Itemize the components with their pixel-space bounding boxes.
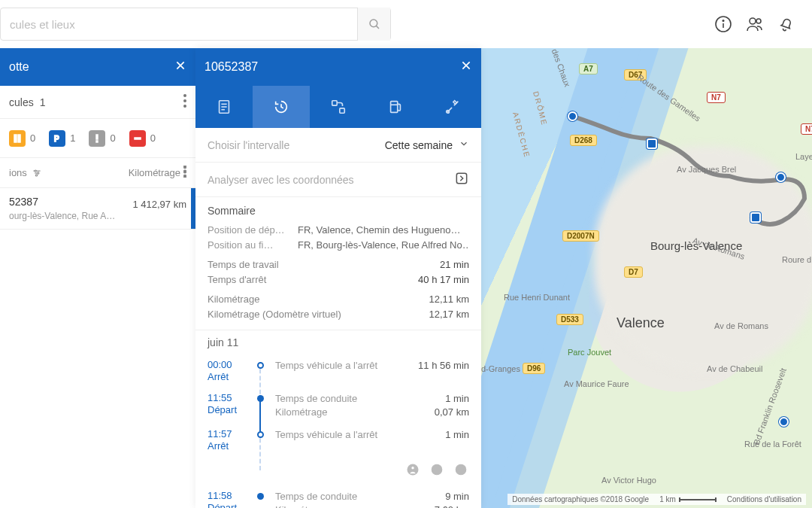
notifications-button[interactable] bbox=[776, 14, 797, 35]
svg-rect-35 bbox=[391, 102, 398, 113]
vehicle-list-item[interactable]: 52387 ourg-lès-Valence, Rue A… 1 412,97 … bbox=[0, 188, 195, 230]
expand-button[interactable] bbox=[454, 171, 469, 188]
tab-fuel[interactable] bbox=[367, 86, 424, 128]
svg-line-1 bbox=[376, 26, 379, 29]
info-button[interactable] bbox=[713, 14, 734, 35]
kebab-icon bbox=[183, 166, 186, 178]
sheet-icon bbox=[216, 99, 232, 115]
tab-route[interactable] bbox=[310, 86, 367, 128]
fleet-panel-header: otte bbox=[0, 48, 195, 86]
map-terms-link[interactable]: Conditions d'utilisation bbox=[727, 495, 801, 503]
summary-block: Sommaire Position de dép…FR, Valence, Ch… bbox=[195, 197, 481, 330]
city-label-main: Valence bbox=[617, 315, 665, 331]
status-pause[interactable]: 0 bbox=[9, 130, 35, 147]
positions-header[interactable]: ions bbox=[9, 167, 27, 178]
vehicle-km: 1 412,97 km bbox=[132, 199, 186, 210]
road-shield: D7 bbox=[624, 266, 643, 278]
user-icon bbox=[406, 463, 420, 476]
timeline: 00:00Arrêt Temps véhicule a l'arrêt 11 h… bbox=[195, 354, 481, 508]
fleet-menu-button[interactable] bbox=[183, 94, 186, 110]
fleet-close-button[interactable] bbox=[174, 59, 186, 75]
close-icon bbox=[460, 59, 472, 71]
road-shield: N7 bbox=[707, 92, 726, 103]
svg-point-26 bbox=[183, 175, 186, 178]
svg-rect-12 bbox=[14, 135, 17, 142]
analyze-row[interactable]: Analyser avec les coordonnées bbox=[195, 163, 481, 197]
mileage-menu-button[interactable] bbox=[183, 166, 186, 180]
users-button[interactable] bbox=[744, 14, 765, 35]
search-box[interactable] bbox=[0, 8, 391, 41]
detail-panel: 10652387 Choisir l'intervalle Cette sema… bbox=[195, 48, 481, 508]
road-shield: D533 bbox=[556, 314, 583, 325]
users-icon bbox=[746, 15, 764, 33]
map-scale: 1 km bbox=[659, 495, 717, 503]
svg-point-40 bbox=[411, 467, 415, 470]
map-waypoint[interactable] bbox=[750, 212, 761, 223]
fleet-list-headers: ions Kilométrage bbox=[0, 158, 195, 188]
map-pin-start[interactable] bbox=[568, 111, 577, 121]
svg-rect-13 bbox=[18, 135, 20, 142]
map-waypoint[interactable] bbox=[647, 138, 657, 149]
road-shield: A7 bbox=[579, 63, 598, 75]
detail-title: 10652387 bbox=[205, 60, 460, 74]
action-block[interactable] bbox=[429, 461, 445, 478]
action-user[interactable] bbox=[404, 461, 421, 478]
search-icon bbox=[368, 17, 381, 31]
svg-rect-15 bbox=[96, 135, 98, 139]
svg-point-10 bbox=[183, 99, 186, 102]
svg-point-24 bbox=[183, 166, 186, 168]
chevron-down-icon bbox=[459, 138, 469, 151]
road-shield: D268 bbox=[570, 135, 597, 146]
timeline-event[interactable]: 11:57Arrêt Temps véhicule a l'arrêt 1 mi… bbox=[208, 424, 469, 457]
map-pin[interactable] bbox=[776, 172, 786, 182]
map-pin[interactable] bbox=[779, 417, 789, 427]
filter-icon[interactable] bbox=[32, 168, 42, 178]
tab-history[interactable] bbox=[253, 86, 310, 128]
svg-point-9 bbox=[183, 94, 186, 97]
tools-icon bbox=[444, 99, 461, 115]
info-icon bbox=[714, 15, 732, 33]
svg-point-5 bbox=[750, 18, 756, 24]
map-footer: Données cartographiques ©2018 Google 1 k… bbox=[508, 494, 806, 505]
timeline-event[interactable]: 11:58Départ Temps de conduiteKilométrage… bbox=[208, 485, 469, 508]
vehicles-count: 1 bbox=[40, 96, 46, 108]
svg-point-11 bbox=[183, 105, 186, 108]
expand-icon bbox=[454, 171, 469, 186]
stop-icon bbox=[129, 130, 146, 147]
status-alert[interactable]: 0 bbox=[89, 130, 115, 147]
status-park[interactable]: P1 bbox=[49, 130, 75, 147]
svg-point-0 bbox=[370, 20, 377, 27]
vehicle-location: ourg-lès-Valence, Rue A… bbox=[9, 211, 114, 221]
search-button[interactable] bbox=[357, 8, 390, 41]
tab-tools[interactable] bbox=[424, 86, 481, 128]
timeline-event[interactable]: 00:00Arrêt Temps véhicule a l'arrêt 11 h… bbox=[208, 354, 469, 388]
search-input[interactable] bbox=[1, 18, 357, 31]
status-stop[interactable]: 0 bbox=[129, 130, 156, 147]
summary-heading: Sommaire bbox=[208, 205, 469, 217]
action-add[interactable] bbox=[453, 461, 469, 478]
block-icon bbox=[430, 463, 444, 476]
svg-rect-16 bbox=[96, 141, 98, 142]
mileage-header[interactable]: Kilométrage bbox=[129, 167, 180, 178]
history-icon bbox=[273, 99, 289, 115]
interval-selector[interactable]: Choisir l'intervalle Cette semaine bbox=[195, 128, 481, 163]
map[interactable]: Bourg-lès-Valence Valence A7 D67 N7 N7 D… bbox=[481, 48, 812, 508]
status-chips: 0 P1 0 0 bbox=[0, 119, 195, 158]
interval-value: Cette semaine bbox=[385, 139, 453, 151]
pause-icon bbox=[9, 130, 26, 147]
plus-icon bbox=[454, 463, 468, 476]
svg-rect-33 bbox=[332, 101, 337, 105]
svg-rect-34 bbox=[340, 108, 344, 113]
svg-point-4 bbox=[723, 20, 724, 22]
tab-info[interactable] bbox=[195, 86, 253, 128]
route-icon bbox=[330, 99, 347, 115]
detail-close-button[interactable] bbox=[460, 59, 472, 75]
analyze-label: Analyser avec les coordonnées bbox=[208, 174, 454, 186]
svg-point-6 bbox=[756, 19, 761, 23]
svg-rect-38 bbox=[456, 173, 466, 183]
detail-panel-header: 10652387 bbox=[195, 48, 481, 86]
timeline-event[interactable]: 11:55Départ Temps de conduiteKilométrage… bbox=[208, 388, 469, 424]
svg-point-22 bbox=[37, 172, 38, 173]
road-shield: D2007N bbox=[562, 230, 599, 242]
svg-point-21 bbox=[35, 169, 36, 171]
